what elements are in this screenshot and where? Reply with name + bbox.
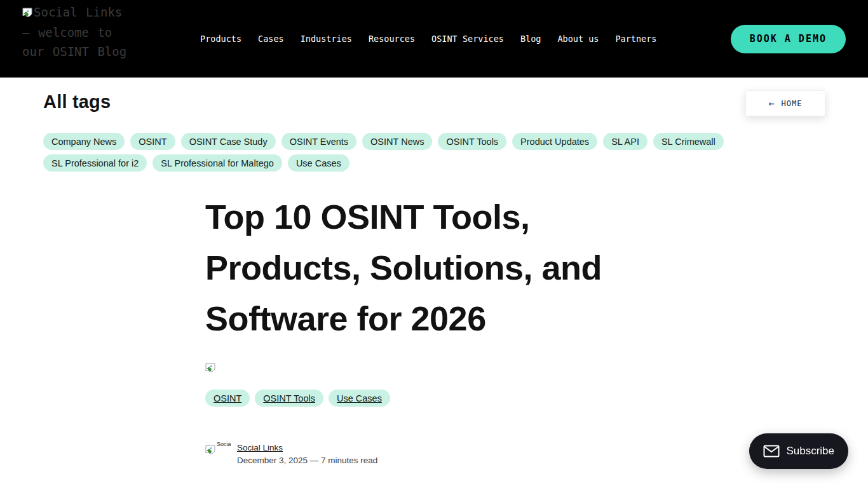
subscribe-label: Subscribe: [786, 445, 834, 458]
broken-image-icon: [205, 445, 215, 456]
broken-image-icon: [22, 4, 32, 23]
article-tags: OSINT OSINT Tools Use Cases: [205, 390, 650, 407]
nav-item-resources[interactable]: Resources: [369, 34, 415, 44]
nav-item-osint-services[interactable]: OSINT Services: [431, 34, 504, 44]
nav-item-blog[interactable]: Blog: [520, 34, 541, 44]
subscribe-button[interactable]: Subscribe: [749, 433, 848, 469]
envelope-icon: [763, 445, 780, 458]
tag-pill-company-news[interactable]: Company News: [43, 133, 125, 150]
article-preview: Top 10 OSINT Tools, Products, Solutions,…: [205, 191, 650, 465]
tag-pill-osint-news[interactable]: OSINT News: [362, 133, 432, 150]
tag-pill-sl-crimewall[interactable]: SL Crimewall: [653, 133, 724, 150]
tag-pill-sl-professional-for-i2[interactable]: SL Professional for i2: [43, 154, 147, 172]
article-title: Top 10 OSINT Tools, Products, Solutions,…: [205, 191, 650, 344]
article-tag-use-cases[interactable]: Use Cases: [329, 390, 390, 407]
author-link[interactable]: Social Links: [237, 443, 283, 452]
tag-pill-osint[interactable]: OSINT: [130, 133, 175, 150]
logo-alt-text: Social Links — welcome to our OSINT Blog: [22, 5, 126, 58]
author-avatar-broken-image: Social Links: [205, 440, 231, 465]
tag-pill-use-cases[interactable]: Use Cases: [288, 154, 349, 172]
book-a-demo-button[interactable]: BOOK A DEMO: [731, 25, 846, 53]
article-tag-osint-tools[interactable]: OSINT Tools: [255, 390, 323, 407]
site-logo-broken-image[interactable]: Social Links — welcome to our OSINT Blog: [22, 3, 129, 61]
nav-item-partners[interactable]: Partners: [615, 34, 656, 44]
page-top-row: All tags ← HOME: [0, 78, 868, 116]
article-hero-broken-image: [205, 363, 650, 374]
tag-pill-sl-api[interactable]: SL API: [603, 133, 648, 150]
home-button[interactable]: ← HOME: [745, 90, 825, 116]
tag-pill-osint-events[interactable]: OSINT Events: [281, 133, 356, 150]
avatar-alt-text: Social Links: [217, 441, 231, 447]
author-row: Social Links Social Links December 3, 20…: [205, 440, 650, 465]
page-title: All tags: [43, 92, 111, 112]
main-content: All tags ← HOME Company News OSINT OSINT…: [0, 78, 868, 465]
nav-item-about-us[interactable]: About us: [557, 34, 599, 44]
article-tag-osint[interactable]: OSINT: [205, 390, 250, 407]
tag-pill-osint-tools[interactable]: OSINT Tools: [438, 133, 506, 150]
tag-pill-product-updates[interactable]: Product Updates: [512, 133, 597, 150]
nav-item-products[interactable]: Products: [200, 34, 241, 44]
left-arrow-icon: ←: [769, 98, 775, 109]
tag-pill-osint-case-study[interactable]: OSINT Case Study: [181, 133, 276, 150]
home-button-label: HOME: [782, 99, 803, 108]
main-nav: Products Cases Industries Resources OSIN…: [200, 34, 656, 44]
broken-image-icon: [205, 363, 215, 376]
nav-item-industries[interactable]: Industries: [301, 34, 352, 44]
site-header: Social Links — welcome to our OSINT Blog…: [0, 0, 868, 78]
nav-item-cases[interactable]: Cases: [258, 34, 284, 44]
all-tags-list: Company News OSINT OSINT Case Study OSIN…: [0, 133, 801, 172]
tag-pill-sl-professional-for-maltego[interactable]: SL Professional for Maltego: [153, 154, 282, 172]
article-date-readtime: December 3, 2025 — 7 minutes read: [237, 456, 377, 465]
author-meta: Social Links December 3, 2025 — 7 minute…: [237, 440, 377, 465]
